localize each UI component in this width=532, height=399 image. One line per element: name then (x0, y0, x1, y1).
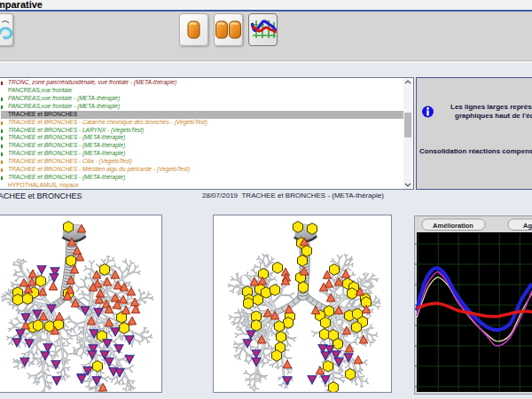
svg-text:Amélioration: Amélioration (433, 222, 473, 230)
svg-text:Aggravation: Aggravation (523, 222, 532, 230)
